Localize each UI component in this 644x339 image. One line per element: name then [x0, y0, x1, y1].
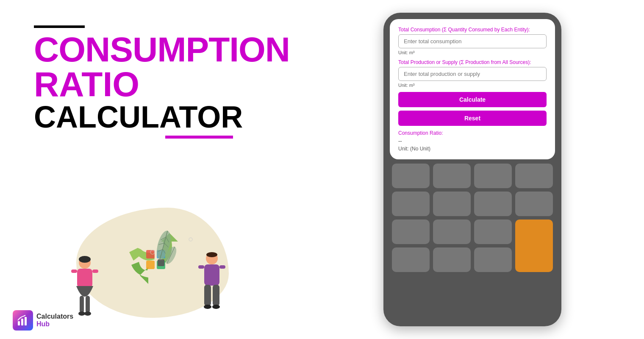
result-value: --: [398, 138, 547, 144]
key-2[interactable]: [433, 164, 471, 188]
field1-label: Total Consumption (Σ Quantity Consumed b…: [398, 27, 547, 33]
total-consumption-input[interactable]: [398, 34, 547, 48]
svg-rect-35: [18, 321, 20, 325]
svg-rect-29: [204, 285, 211, 306]
person-right-icon: [195, 250, 229, 322]
logo-text: Calculators Hub: [36, 313, 73, 328]
svg-rect-31: [198, 265, 204, 269]
svg-rect-23: [86, 296, 90, 313]
reset-button[interactable]: Reset: [398, 111, 547, 126]
svg-rect-20: [71, 270, 77, 273]
illustration-area: [64, 195, 242, 331]
logo: Calculators Hub: [13, 310, 73, 331]
key-10[interactable]: [433, 220, 471, 244]
svg-point-24: [78, 311, 85, 316]
key-1[interactable]: [392, 164, 430, 188]
key-14[interactable]: [474, 247, 512, 272]
svg-point-25: [84, 311, 91, 316]
key-orange[interactable]: [515, 220, 553, 272]
title-underline-top: [34, 25, 85, 28]
key-5[interactable]: [392, 192, 430, 216]
svg-point-33: [204, 305, 211, 309]
svg-rect-2: [146, 261, 155, 269]
key-13[interactable]: [433, 247, 471, 272]
svg-rect-19: [77, 269, 92, 288]
calculator-screen: Total Consumption (Σ Quantity Consumed b…: [390, 19, 555, 159]
svg-rect-37: [25, 317, 27, 325]
key-6[interactable]: [433, 192, 471, 216]
logo-icon: [13, 310, 33, 331]
logo-name2: Hub: [36, 320, 73, 328]
key-3[interactable]: [474, 164, 512, 188]
svg-rect-4: [158, 259, 164, 266]
field2-label: Total Production or Supply (Σ Production…: [398, 59, 547, 65]
calculate-button[interactable]: Calculate: [398, 92, 547, 107]
logo-chart-icon: [16, 314, 30, 327]
recycle-icon: [97, 220, 208, 305]
key-8[interactable]: [515, 192, 553, 216]
svg-point-18: [79, 256, 91, 263]
svg-rect-32: [219, 265, 225, 269]
svg-rect-30: [213, 285, 219, 306]
svg-point-27: [206, 252, 217, 257]
title-line1: CONSUMPTION: [34, 32, 292, 67]
right-section: Total Consumption (Σ Quantity Consumed b…: [318, 13, 644, 326]
key-11[interactable]: [474, 220, 512, 244]
title-line3: CALCULATOR: [34, 102, 292, 132]
left-section: CONSUMPTION RATIO CALCULATOR: [0, 0, 318, 339]
field2-unit: Unit: m³: [398, 83, 547, 88]
svg-rect-21: [92, 270, 98, 273]
calculator-device: Total Consumption (Σ Quantity Consumed b…: [383, 13, 561, 326]
total-production-input[interactable]: [398, 67, 547, 81]
result-unit: Unit: (No Unit): [398, 146, 547, 152]
svg-point-34: [212, 305, 220, 309]
result-label: Consumption Ratio:: [398, 130, 547, 136]
logo-name1: Calculators: [36, 313, 73, 320]
key-4[interactable]: [515, 164, 553, 188]
key-9[interactable]: [392, 220, 430, 244]
svg-rect-22: [80, 296, 84, 313]
key-12[interactable]: [392, 247, 430, 272]
title-underline-bottom: [165, 136, 233, 139]
field1-unit: Unit: m³: [398, 50, 547, 55]
keypad: [390, 164, 555, 272]
title-line2: RATIO: [34, 67, 292, 102]
key-7[interactable]: [474, 192, 512, 216]
svg-point-16: [189, 238, 192, 241]
svg-rect-28: [204, 264, 219, 286]
svg-rect-36: [21, 319, 23, 325]
